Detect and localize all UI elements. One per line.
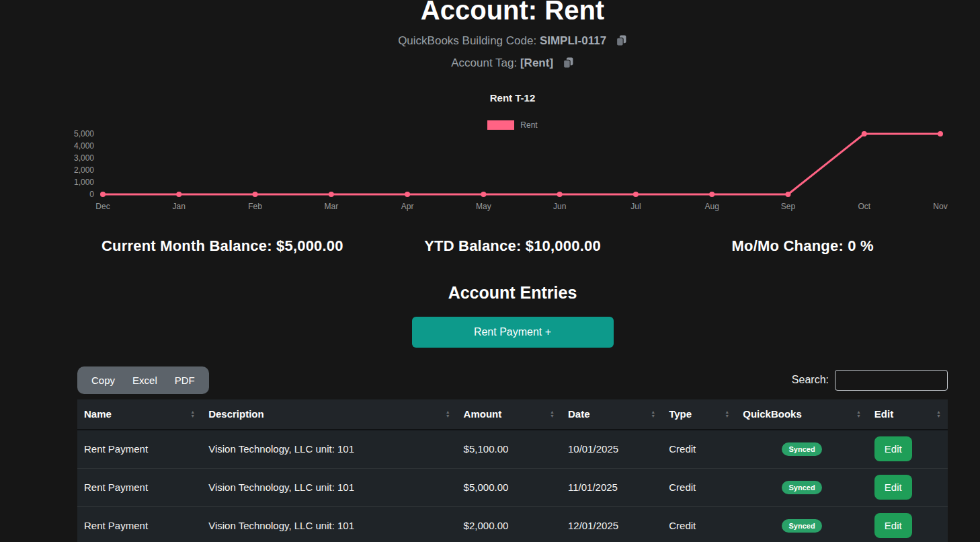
cell-edit: Edit <box>868 430 948 469</box>
search-input[interactable] <box>835 370 948 391</box>
x-axis-tick: Feb <box>248 202 262 211</box>
cell-description: Vision Technology, LLC unit: 101 <box>202 506 456 542</box>
sort-arrows-icon: ▲▼ <box>856 410 861 418</box>
export-copy-button[interactable]: Copy <box>83 370 124 391</box>
table-toolbar: CopyExcelPDF Search: <box>77 366 948 394</box>
account-tag-line: Account Tag: [Rent] <box>77 56 948 70</box>
cell-type: Credit <box>662 430 736 469</box>
momo-change: Mo/Mo Change: 0 % <box>657 237 948 255</box>
x-axis-tick: Jul <box>630 202 641 211</box>
copy-icon[interactable] <box>616 35 627 46</box>
export-pdf-button[interactable]: PDF <box>166 370 204 391</box>
chart-data-point <box>253 192 258 197</box>
chart-data-point <box>405 192 410 197</box>
column-header-date[interactable]: Date▲▼ <box>561 399 662 430</box>
x-axis-tick: Dec <box>95 202 110 211</box>
x-axis-tick: Sep <box>781 202 796 211</box>
cell-edit: Edit <box>868 468 948 506</box>
table-body: Rent PaymentVision Technology, LLC unit:… <box>77 430 948 542</box>
column-header-edit[interactable]: Edit▲▼ <box>868 399 948 430</box>
entries-table: Name▲▼Description▲▼Amount▲▼Date▲▼Type▲▼Q… <box>77 399 948 542</box>
sort-arrows-icon: ▲▼ <box>725 410 729 418</box>
column-header-quickbooks[interactable]: QuickBooks▲▼ <box>736 399 868 430</box>
rent-payment-add-button[interactable]: Rent Payment + <box>412 317 614 348</box>
cell-quickbooks: Synced <box>736 506 868 542</box>
y-axis-tick: 3,000 <box>74 153 94 163</box>
chart-plot: 01,0002,0003,0004,0005,000DecJanFebMarAp… <box>0 127 980 216</box>
x-axis-tick: Apr <box>401 202 414 211</box>
table-row: Rent PaymentVision Technology, LLC unit:… <box>77 468 948 506</box>
building-code-value: SIMPLI-0117 <box>540 34 606 47</box>
chart-data-point <box>329 192 334 197</box>
edit-button[interactable]: Edit <box>874 436 912 461</box>
copy-icon[interactable] <box>563 57 574 69</box>
cell-edit: Edit <box>868 506 948 542</box>
ytd-balance: YTD Balance: $10,000.00 <box>368 237 658 255</box>
cell-date: 11/01/2025 <box>561 468 662 506</box>
column-header-name[interactable]: Name▲▼ <box>77 399 202 430</box>
chart-data-point <box>862 131 867 137</box>
cell-amount: $2,000.00 <box>457 506 561 542</box>
chart-data-point <box>481 192 486 197</box>
cell-date: 12/01/2025 <box>561 506 662 542</box>
sort-arrows-icon: ▲▼ <box>936 410 941 418</box>
table-row: Rent PaymentVision Technology, LLC unit:… <box>77 506 948 542</box>
export-excel-button[interactable]: Excel <box>124 370 166 391</box>
cell-description: Vision Technology, LLC unit: 101 <box>202 468 456 506</box>
table-header-row: Name▲▼Description▲▼Amount▲▼Date▲▼Type▲▼Q… <box>77 399 948 430</box>
export-button-group: CopyExcelPDF <box>77 366 209 394</box>
column-label: Name <box>84 408 112 420</box>
chart-data-point <box>557 192 563 197</box>
edit-button[interactable]: Edit <box>874 513 912 538</box>
column-label: Edit <box>874 408 893 420</box>
synced-badge: Synced <box>782 519 821 533</box>
column-label: Description <box>208 408 264 420</box>
y-axis-tick: 2,000 <box>74 165 94 175</box>
sort-arrows-icon: ▲▼ <box>550 410 555 418</box>
column-label: QuickBooks <box>743 408 802 420</box>
synced-badge: Synced <box>782 442 821 456</box>
y-axis-tick: 1,000 <box>74 178 94 187</box>
edit-button[interactable]: Edit <box>874 475 912 500</box>
cell-type: Credit <box>662 468 736 506</box>
stats-row: Current Month Balance: $5,000.00 YTD Bal… <box>77 237 948 255</box>
sort-arrows-icon: ▲▼ <box>190 410 195 418</box>
x-axis-tick: Jun <box>553 202 566 211</box>
chart-line-series <box>103 134 940 194</box>
cell-name: Rent Payment <box>77 506 202 542</box>
chart-data-point <box>709 192 714 197</box>
y-axis-tick: 5,000 <box>74 129 94 139</box>
main-content: Account: Rent QuickBooks Building Code: … <box>77 0 948 542</box>
x-axis-tick: Oct <box>858 202 870 211</box>
entries-heading: Account Entries <box>77 283 948 303</box>
cell-name: Rent Payment <box>77 430 202 469</box>
column-label: Date <box>568 408 590 420</box>
building-code-line: QuickBooks Building Code: SIMPLI-0117 <box>77 34 948 48</box>
y-axis-tick: 0 <box>89 190 94 199</box>
x-axis-tick: Nov <box>933 202 947 211</box>
table-row: Rent PaymentVision Technology, LLC unit:… <box>77 430 948 469</box>
chart-title: Rent T-12 <box>77 92 948 104</box>
page-title: Account: Rent <box>77 0 948 25</box>
cell-description: Vision Technology, LLC unit: 101 <box>202 430 456 469</box>
synced-badge: Synced <box>782 481 821 494</box>
account-tag-value: [Rent] <box>520 56 553 69</box>
cell-quickbooks: Synced <box>736 430 868 469</box>
sort-arrows-icon: ▲▼ <box>446 410 450 418</box>
chart-data-point <box>100 192 106 197</box>
cell-name: Rent Payment <box>77 468 202 506</box>
legend-label: Rent <box>520 120 537 130</box>
x-axis-tick: Jan <box>173 202 186 211</box>
cell-amount: $5,100.00 <box>457 430 561 469</box>
account-tag-label: Account Tag: <box>451 56 517 69</box>
column-header-amount[interactable]: Amount▲▼ <box>457 399 561 430</box>
x-axis-tick: Aug <box>705 202 719 211</box>
column-header-type[interactable]: Type▲▼ <box>662 399 736 430</box>
chart-data-point <box>938 131 943 137</box>
chart-data-point <box>176 192 181 197</box>
column-header-description[interactable]: Description▲▼ <box>202 399 456 430</box>
x-axis-tick: Mar <box>324 202 338 211</box>
current-month-balance: Current Month Balance: $5,000.00 <box>77 237 368 255</box>
cell-type: Credit <box>662 506 736 542</box>
chart-data-point <box>785 192 790 197</box>
